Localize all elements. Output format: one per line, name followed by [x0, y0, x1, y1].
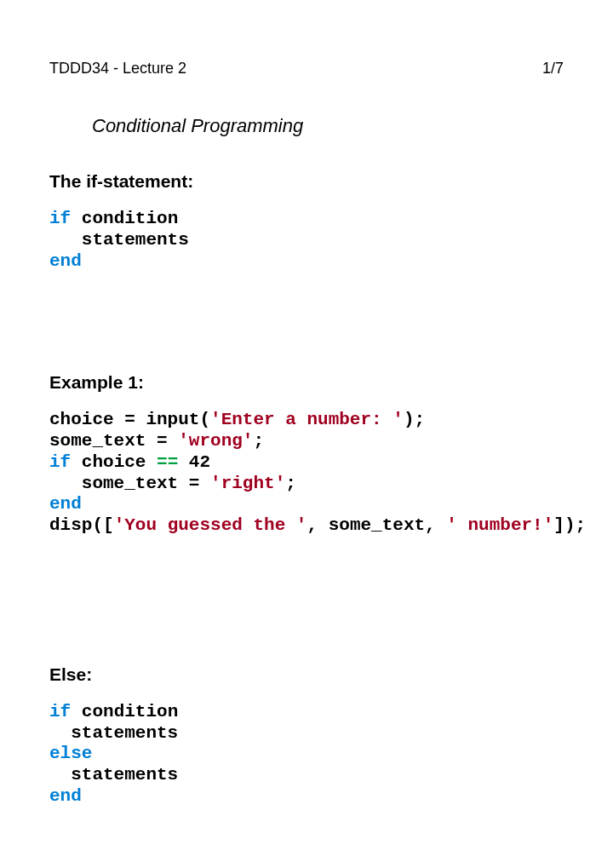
page-header: TDDD34 - Lecture 2 1/7 — [49, 60, 564, 78]
section-heading-else: Else: — [49, 664, 564, 685]
code-block-example1: choice = input('Enter a number: '); some… — [49, 410, 564, 537]
code-text: statements — [49, 723, 178, 743]
code-text: choice = input( — [49, 410, 210, 429]
keyword-else: else — [49, 744, 92, 763]
string-literal: 'right' — [210, 474, 285, 493]
code-text: some_text = — [49, 474, 210, 493]
section-heading-if: The if-statement: — [49, 171, 564, 192]
keyword-end: end — [49, 786, 82, 806]
keyword-end: end — [49, 494, 82, 514]
code-text: condition — [71, 209, 178, 228]
page-title: Conditional Programming — [92, 115, 564, 137]
code-text: disp([ — [49, 515, 114, 535]
code-text: statements — [49, 765, 178, 785]
keyword-if: if — [49, 702, 71, 721]
code-block-if: if condition statements end — [49, 209, 564, 272]
page: TDDD34 - Lecture 2 1/7 Conditional Progr… — [0, 0, 613, 868]
keyword-if: if — [49, 452, 71, 472]
string-literal: 'Enter a number: ' — [210, 410, 404, 429]
header-left: TDDD34 - Lecture 2 — [49, 60, 186, 78]
code-text: statements — [49, 230, 189, 250]
code-text: 42 — [178, 452, 210, 472]
keyword-end: end — [49, 251, 82, 271]
header-right: 1/7 — [542, 60, 564, 78]
code-text: ; — [285, 474, 296, 493]
keyword-if: if — [49, 209, 71, 228]
code-text: some_text = — [49, 431, 178, 451]
code-block-else: if condition statements else statements … — [49, 702, 564, 808]
section-heading-example1: Example 1: — [49, 372, 564, 393]
string-literal: 'You guessed the ' — [114, 515, 307, 535]
string-literal: ' number!' — [446, 515, 553, 535]
operator-eq: == — [157, 452, 178, 472]
code-text: ; — [253, 431, 264, 451]
code-text: ); — [404, 410, 425, 429]
code-text: choice — [71, 452, 157, 472]
code-text: , some_text, — [306, 515, 446, 535]
string-literal: 'wrong' — [178, 431, 253, 451]
code-text: ]); — [553, 515, 586, 535]
code-text: condition — [71, 702, 178, 721]
